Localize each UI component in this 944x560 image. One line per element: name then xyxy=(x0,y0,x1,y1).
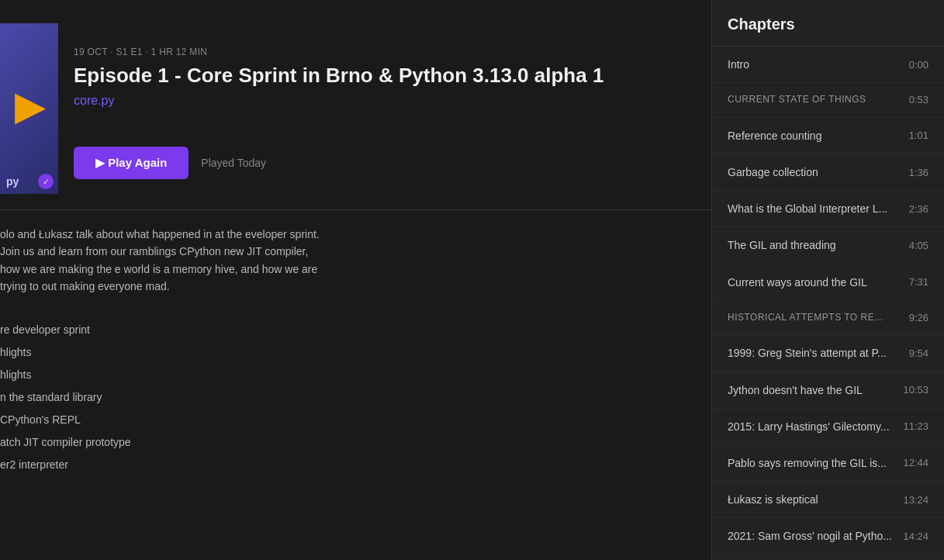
chapter-item[interactable]: Reference counting1:01 xyxy=(712,118,944,154)
chapter-item[interactable]: The GIL and threading4:05 xyxy=(712,227,944,264)
episode-meta: 19 OCT · S1 E1 · 1 HR 12 MIN xyxy=(74,47,603,57)
chapter-name: Łukasz is skeptical xyxy=(728,493,903,506)
chapter-name: What is the Global Interpreter L... xyxy=(728,202,909,216)
chapter-time: 11:23 xyxy=(903,420,928,432)
chapter-item[interactable]: Pablo says removing the GIL is...12:44 xyxy=(712,445,944,482)
chapters-panel: Chapters Intro0:00CURRENT STATE OF THING… xyxy=(711,0,944,560)
divider xyxy=(0,209,711,210)
chapter-time: 1:01 xyxy=(909,130,928,141)
chapter-item[interactable]: Garbage collection1:36 xyxy=(712,154,944,191)
chapter-name: Intro xyxy=(728,57,909,71)
chapter-item[interactable]: Jython doesn't have the GIL10:53 xyxy=(712,372,944,409)
chapter-time: 14:24 xyxy=(903,531,928,542)
chapter-name: 2015: Larry Hastings' Gilectomy... xyxy=(728,420,903,434)
chapter-time: 13:24 xyxy=(903,494,928,506)
chapter-name: The GIL and threading xyxy=(728,238,909,252)
show-note-item: hlights xyxy=(0,341,711,364)
chapters-list: Intro0:00CURRENT STATE OF THINGS0:53Refe… xyxy=(712,47,944,555)
chapter-item[interactable]: Łukasz is skeptical13:24 xyxy=(712,482,944,518)
show-note-item: CPython's REPL xyxy=(0,409,711,431)
thumbnail-arrow-icon: ▶ xyxy=(15,85,43,128)
show-note-item: n the standard library xyxy=(0,386,711,409)
chapter-item[interactable]: 2015: Larry Hastings' Gilectomy...11:23 xyxy=(712,409,944,445)
chapter-time: 12:44 xyxy=(903,457,928,468)
episode-thumbnail: ▶ py ✓ xyxy=(0,23,58,194)
chapter-name: HISTORICAL ATTEMPTS TO RE... xyxy=(728,312,909,324)
chapter-time: 4:05 xyxy=(909,240,928,251)
chapter-time: 9:26 xyxy=(909,312,928,323)
show-note-item: er2 interpreter xyxy=(0,454,711,476)
chapter-time: 0:00 xyxy=(909,59,928,71)
episode-title: Episode 1 - Core Sprint in Brno & Python… xyxy=(74,64,603,88)
chapter-time: 1:36 xyxy=(909,167,928,178)
chapter-time: 0:53 xyxy=(909,94,928,105)
chapter-item[interactable]: HISTORICAL ATTEMPTS TO RE...9:26 xyxy=(712,301,944,336)
episode-header: ▶ py ✓ 19 OCT · S1 E1 · 1 HR 12 MIN Epis… xyxy=(0,0,711,209)
show-note-item: re developer sprint xyxy=(0,319,711,341)
chapter-time: 2:36 xyxy=(909,203,928,215)
chapter-name: Jython doesn't have the GIL xyxy=(728,383,903,397)
chapter-item[interactable]: What is the Global Interpreter L...2:36 xyxy=(712,191,944,227)
chapter-name: CURRENT STATE OF THINGS xyxy=(728,94,909,106)
chapter-time: 7:31 xyxy=(909,276,928,288)
chapter-name: Garbage collection xyxy=(728,165,909,179)
chapter-item[interactable]: 1999: Greg Stein's attempt at P...9:54 xyxy=(712,335,944,372)
chapter-name: Pablo says removing the GIL is... xyxy=(728,456,903,470)
chapter-item[interactable]: CURRENT STATE OF THINGS0:53 xyxy=(712,83,944,118)
played-check-icon: ✓ xyxy=(38,174,54,189)
chapters-heading: Chapters xyxy=(712,0,944,47)
chapter-item[interactable]: Intro0:00 xyxy=(712,47,944,83)
left-panel: ▶ py ✓ 19 OCT · S1 E1 · 1 HR 12 MIN Epis… xyxy=(0,0,711,560)
show-notes: re developer sprint hlights hlights n th… xyxy=(0,319,711,476)
show-note-item: atch JIT compiler prototype xyxy=(0,431,711,454)
episode-show: core.py xyxy=(74,94,603,108)
chapter-item[interactable]: 2021: Sam Gross' nogil at Pytho...14:24 xyxy=(712,518,944,555)
chapter-name: 1999: Greg Stein's attempt at P... xyxy=(728,346,909,360)
chapter-item[interactable]: Current ways around the GIL7:31 xyxy=(712,264,944,301)
episode-info: 19 OCT · S1 E1 · 1 HR 12 MIN Episode 1 -… xyxy=(58,23,603,179)
show-note-item: hlights xyxy=(0,364,711,386)
play-section: ▶ Play Again Played Today xyxy=(74,147,603,179)
chapter-name: Reference counting xyxy=(728,129,909,143)
chapter-name: 2021: Sam Gross' nogil at Pytho... xyxy=(728,529,903,543)
episode-description: olo and Łukasz talk about what happened … xyxy=(0,226,357,311)
play-again-button[interactable]: ▶ Play Again xyxy=(74,147,188,179)
chapter-name: Current ways around the GIL xyxy=(728,275,909,289)
played-status: Played Today xyxy=(201,157,266,169)
chapter-time: 10:53 xyxy=(903,384,928,396)
chapter-time: 9:54 xyxy=(909,347,928,359)
thumbnail-label: py xyxy=(6,175,19,188)
